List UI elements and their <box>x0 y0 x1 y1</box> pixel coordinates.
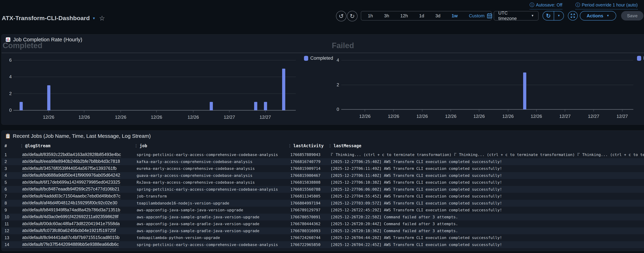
chart-bar <box>254 102 257 110</box>
timezone-dropdown[interactable]: UTC timezone ▼ <box>494 11 538 21</box>
logStream-cell: atx/default/eea98e8940b246b2bfe7b8bb4d3c… <box>22 158 120 165</box>
time-range-button-1w[interactable]: 1w <box>446 11 463 20</box>
refresh-options-caret[interactable]: ▼ <box>554 11 564 20</box>
job-cell: toapilambdanode16-nodejs-version-upgrade <box>136 200 229 207</box>
legend-swatch <box>637 56 641 61</box>
lastMessage-cell: [2025-12-26T04:44:20Z] AWS Transform CLI… <box>330 234 502 241</box>
table-row: 4atx/default/bd688a9dd50e41f9909976ab05d… <box>2 172 644 179</box>
x-tick-label: 12/27 <box>614 114 631 119</box>
logStream-cell: atx/default/4d3ac0e6991f422692211a923598… <box>22 214 118 221</box>
num-cell: 12 <box>4 227 9 234</box>
table-row: 8atx/default/af46d4f048124b159295f00c92c… <box>2 200 644 207</box>
legend-item[interactable]: Failed <box>637 56 644 61</box>
log-stream-link[interactable]: atx/default/34576f0539f44054a567f5e13937… <box>22 166 116 171</box>
logStream-cell: atx/default/4addd03c71504aaebc7ebd0d49bb… <box>22 193 120 200</box>
x-tick-mark <box>120 111 121 112</box>
log-stream-link[interactable]: atx/default/6f17deb699a142499279985ed042… <box>22 180 120 185</box>
refresh-button[interactable]: ↻ <box>543 11 554 20</box>
job-cell: guava-early-access-comprehensive-codebas… <box>136 172 252 179</box>
job-cell: eureka-early-access-comprehensive-codeba… <box>136 165 255 172</box>
dashboard-title-caret-icon[interactable]: ▼ <box>92 17 96 20</box>
lastActivity-cell: 1766780444362 <box>290 220 320 227</box>
log-stream-link[interactable]: atx/default/4addd03c71504aaebc7ebd0d49bb… <box>22 193 120 199</box>
time-range-button-1d[interactable]: 1d <box>414 11 430 20</box>
x-tick-label: 12/26 <box>528 114 545 119</box>
y-axis-label: 0 <box>2 108 12 113</box>
gridline <box>13 77 296 77</box>
lastMessage-cell: [2025-12-27T06:06:00Z] AWS Transform CLI… <box>330 186 502 193</box>
time-range-button-12h[interactable]: 12h <box>395 11 414 20</box>
job-cell: spring-petclinic-early-access-comprehens… <box>136 241 278 248</box>
x-tick-label: 12/26 <box>40 115 57 120</box>
num-cell: 10 <box>4 214 9 221</box>
log-stream-link[interactable]: atx/default/7fe37f5442094889bb5e9388ea66… <box>22 242 119 247</box>
autosave-label: Autosave: Off <box>536 3 562 8</box>
lastActivity-cell: 1766780570091 <box>290 214 320 221</box>
x-tick-mark <box>622 110 622 112</box>
num-cell: 7 <box>4 193 7 200</box>
favorite-star-icon[interactable]: ☆ <box>99 15 105 22</box>
job-cell: spring-petclinic-early-access-comprehens… <box>136 151 278 158</box>
period-override-label: Period override 1 hour (auto) <box>582 3 638 8</box>
logStream-cell: atx/default/fc073fc80a62456cb04e1921f519… <box>22 227 116 234</box>
x-tick-label: 12/26 <box>184 115 202 120</box>
chart-bar <box>20 102 23 110</box>
time-range-button-1h[interactable]: 1h <box>362 11 378 20</box>
x-tick-label: 12/26 <box>385 114 402 119</box>
autosave-link[interactable]: ⓘAutosave: Off <box>530 2 562 10</box>
chart-widget: Job Completion Rate (Hourly) Completed64… <box>2 34 644 125</box>
undo-button[interactable]: ↺ <box>336 11 346 21</box>
log-stream-link[interactable]: atx/default/00dc60ac48fa473d822041941e75… <box>22 221 120 227</box>
y-axis-label: 0 <box>329 107 339 112</box>
gridline <box>13 94 296 94</box>
redo-button[interactable]: ↻ <box>347 11 358 21</box>
actions-button[interactable]: Actions ▼ <box>580 11 616 21</box>
table-row: 9atx/default/b8491949f8a74ad8a42b786d3a7… <box>2 207 644 214</box>
chart-panel-title: Completed <box>2 41 42 50</box>
x-tick-label: 12/26 <box>442 114 460 119</box>
info-icon: ⓘ <box>576 2 580 8</box>
time-range-custom-button[interactable]: Custom <box>463 11 498 20</box>
num-cell: 3 <box>4 165 7 172</box>
log-stream-link[interactable]: atx/default/bc8487eaadb94f269c257c477d10… <box>22 186 120 192</box>
gridline <box>341 60 633 60</box>
lastActivity-cell: 1766815909714 <box>290 165 320 172</box>
x-tick-label: 12/26 <box>356 114 374 119</box>
period-override-link[interactable]: ⓘPeriod override 1 hour (auto) <box>576 2 638 10</box>
x-tick-mark <box>193 111 194 112</box>
log-stream-link[interactable]: atx/default/bd688a9dd50e41f9909976ab05d6… <box>22 173 120 178</box>
log-stream-link[interactable]: atx/default/b8491949f8a74ad8a42b786d3a71… <box>22 207 120 213</box>
lastMessage-cell: [2025-12-27T03:09:57Z] AWS Transform CLI… <box>330 200 502 207</box>
x-tick-label: 12/26 <box>470 114 488 119</box>
y-axis-label: 2 <box>2 91 12 96</box>
job-cell: job-transform <box>136 193 167 200</box>
chevron-down-icon: ▼ <box>558 14 560 18</box>
log-stream-link[interactable]: atx/default/8c94441da87c4bf7b9715515cad8… <box>22 235 120 240</box>
x-tick-mark <box>393 110 394 112</box>
lastMessage-cell: ⠏ Thinking... (ctrl + c to terminate tra… <box>330 151 644 158</box>
log-stream-link[interactable]: atx/default/fc073fc80a62456cb04e1921f519… <box>22 228 116 233</box>
fullscreen-button[interactable] <box>568 11 578 21</box>
num-cell: 6 <box>4 186 7 193</box>
x-tick-label: 12/27 <box>585 114 602 119</box>
log-stream-link[interactable]: atx/default/af46d4f048124b159295f00c92c0… <box>22 200 117 206</box>
time-range-button-3d[interactable]: 3d <box>430 11 446 20</box>
chart-bar <box>47 85 50 110</box>
num-cell: 1 <box>4 151 7 158</box>
lastMessage-cell: [2025-12-27T06:11:40Z] AWS Transform CLI… <box>330 172 502 179</box>
job-cell: aws-appconfig-java-sample-gradle-java-ve… <box>136 227 260 234</box>
x-tick-label: 12/26 <box>112 115 130 120</box>
num-cell: 11 <box>4 220 9 227</box>
x-tick-mark <box>508 110 508 112</box>
log-stream-link[interactable]: atx/default/eea98e8940b246b2bfe7b8bb4d3c… <box>22 159 120 164</box>
logStream-cell: atx/default/8c94441da87c4bf7b9715515cad8… <box>22 234 120 241</box>
log-stream-link[interactable]: atx/default/4d3ac0e6991f422692211a923598… <box>22 214 118 220</box>
lastMessage-cell: [2025-12-27T06:11:49Z] AWS Transform CLI… <box>330 165 502 172</box>
log-stream-link[interactable]: atx/default/83592c22bd0a4163a92828b85493… <box>22 152 121 158</box>
time-range-button-3h[interactable]: 3h <box>378 11 395 20</box>
save-button[interactable]: Save <box>621 11 644 21</box>
job-cell: kafka-early-access-comprehensive-codebas… <box>136 158 252 165</box>
lastActivity-cell: 1766815838808 <box>290 179 320 186</box>
table-row: 1atx/default/83592c22bd0a4163a92828b8549… <box>2 151 644 158</box>
divider <box>2 53 644 53</box>
